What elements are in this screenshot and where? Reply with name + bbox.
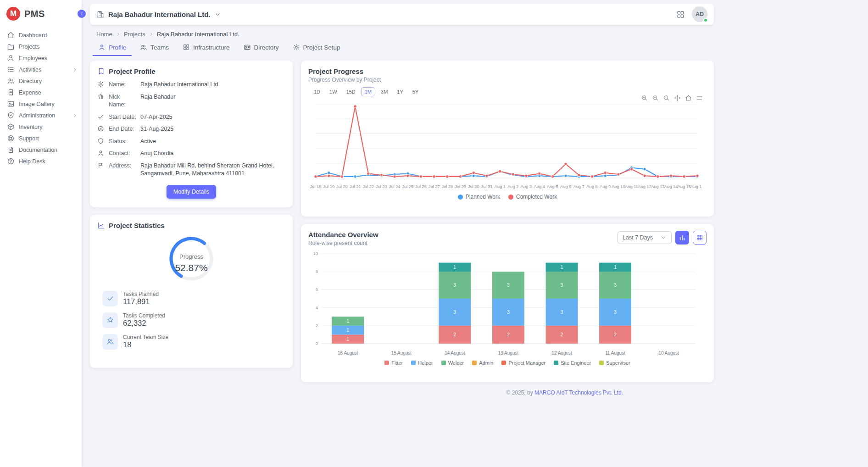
table-view-button[interactable]	[693, 231, 707, 245]
range-button-5y[interactable]: 5Y	[409, 87, 422, 96]
pan-icon[interactable]	[674, 95, 681, 101]
sidebar-item-documentation[interactable]: Documentation	[0, 144, 82, 156]
attendance-chart-legend: FitterHelperWelderAdminProject ManagerSi…	[308, 360, 707, 366]
app-logo[interactable]: M PMS	[0, 0, 82, 27]
svg-text:Jul 26: Jul 26	[415, 184, 427, 189]
building-icon	[96, 10, 105, 18]
range-button-3m[interactable]: 3M	[377, 87, 391, 96]
sidebar-item-employees[interactable]: Employees	[0, 52, 82, 64]
tab-teams[interactable]: Teams	[134, 39, 174, 56]
zoom-icon[interactable]	[663, 95, 670, 101]
range-button-1d[interactable]: 1D	[310, 87, 324, 96]
chevron-right-icon	[72, 112, 78, 119]
field-label: Name:	[109, 81, 136, 89]
attendance-card-title: Attendance Overview	[308, 231, 378, 239]
svg-text:14 August: 14 August	[445, 350, 465, 356]
sidebar-item-label: Support	[19, 135, 78, 142]
svg-text:Aug 7: Aug 7	[573, 184, 584, 189]
range-button-1w[interactable]: 1W	[326, 87, 341, 96]
legend-item-helper[interactable]: Helper	[411, 360, 433, 366]
user-icon	[98, 44, 106, 51]
sidebar-item-activities[interactable]: Activities	[0, 64, 82, 75]
svg-text:3: 3	[454, 310, 456, 315]
range-button-1y[interactable]: 1Y	[393, 87, 406, 96]
breadcrumb-item-raja-bahadur-international-ltd[interactable]: Raja Bahadur International Ltd.	[157, 31, 239, 38]
legend-item-welder[interactable]: Welder	[441, 360, 464, 366]
sidebar-item-projects[interactable]: Projects	[0, 41, 82, 52]
svg-text:1: 1	[347, 337, 350, 342]
field-label: Start Date:	[109, 113, 136, 122]
menu-icon[interactable]	[696, 95, 703, 101]
field-label: Status:	[109, 138, 136, 146]
users-icon	[7, 77, 15, 85]
user-avatar[interactable]: AD	[692, 6, 707, 22]
sidebar-collapse-button[interactable]	[77, 9, 87, 19]
tab-infrastructure[interactable]: Infrastructure	[177, 39, 235, 56]
users-icon	[102, 334, 118, 350]
svg-text:Aug 3: Aug 3	[521, 184, 532, 189]
sidebar-item-label: Image Gallery	[19, 101, 78, 107]
svg-text:Aug 5: Aug 5	[547, 184, 558, 189]
zoom-in-icon[interactable]	[641, 95, 648, 101]
tab-project-setup[interactable]: Project Setup	[287, 39, 346, 56]
svg-text:2: 2	[614, 332, 617, 337]
shield-icon	[97, 138, 105, 146]
stat-value: 18	[123, 340, 168, 349]
date-range-select[interactable]: Last 7 Days	[618, 231, 672, 244]
legend-item-completed-work[interactable]: Completed Work	[508, 194, 557, 200]
header-actions: AD	[676, 6, 707, 22]
sidebar-item-directory[interactable]: Directory	[0, 75, 82, 87]
attendance-chart[interactable]: 024681011116 August15 August233114 Augus…	[308, 250, 707, 359]
legend-item-admin[interactable]: Admin	[472, 360, 493, 366]
svg-text:Jul 27: Jul 27	[428, 184, 440, 189]
top-header: Raja Bahadur International Ltd. AD	[90, 4, 714, 25]
svg-text:2: 2	[507, 332, 510, 337]
profile-field-status: Status: Active	[97, 138, 285, 146]
svg-text:1: 1	[614, 265, 617, 270]
sidebar-item-administration[interactable]: Administration	[0, 110, 82, 121]
chevron-down-icon	[214, 11, 221, 18]
legend-item-supervisor[interactable]: Supervisor	[599, 360, 630, 366]
chart-view-button[interactable]	[675, 231, 689, 245]
profile-field-address: Address: Raja Bahadur Mill Rd, behind Sh…	[97, 162, 285, 178]
legend-item-fitter[interactable]: Fitter	[384, 360, 403, 366]
breadcrumb-item-projects[interactable]: Projects	[124, 31, 145, 38]
sidebar-item-expense[interactable]: Expense	[0, 87, 82, 98]
legend-item-project-manager[interactable]: Project Manager	[501, 360, 545, 366]
modify-details-button[interactable]: Modify Details	[167, 185, 217, 199]
tab-directory[interactable]: Directory	[238, 39, 284, 56]
svg-text:15 August: 15 August	[391, 350, 412, 356]
range-button-1m[interactable]: 1M	[361, 87, 375, 96]
svg-text:Aug 13: Aug 13	[651, 184, 664, 189]
project-selector[interactable]: Raja Bahadur International Ltd.	[96, 10, 221, 18]
svg-text:Jul 30: Jul 30	[468, 184, 479, 189]
range-button-15d[interactable]: 15D	[343, 87, 359, 96]
admin-icon	[7, 111, 15, 119]
chart-line-icon	[97, 222, 105, 229]
circle-x-icon	[97, 125, 105, 133]
tab-label: Teams	[150, 44, 169, 51]
home-icon[interactable]	[685, 95, 692, 101]
support-icon	[7, 134, 15, 142]
sidebar-item-label: Activities	[19, 67, 67, 73]
user-icon	[97, 150, 105, 158]
footer-link[interactable]: MARCO AIoT Technologies Pvt. Ltd.	[534, 389, 623, 396]
sidebar-item-inventory[interactable]: Inventory	[0, 121, 82, 133]
apps-grid-icon[interactable]	[676, 10, 685, 19]
tab-profile[interactable]: Profile	[93, 39, 132, 56]
sidebar-item-image-gallery[interactable]: Image Gallery	[0, 98, 82, 110]
sidebar-item-help-desk[interactable]: Help Desk	[0, 156, 82, 167]
svg-text:1: 1	[347, 328, 350, 333]
zoom-out-icon[interactable]	[652, 95, 659, 101]
svg-text:Jul 25: Jul 25	[402, 184, 413, 189]
sidebar-item-dashboard[interactable]: Dashboard	[0, 29, 82, 41]
sidebar-item-support[interactable]: Support	[0, 133, 82, 144]
breadcrumb-item-home[interactable]: Home	[96, 31, 112, 38]
project-progress-chart[interactable]: Jul 18Jul 19Jul 20Jul 21Jul 22Jul 23Jul …	[308, 98, 707, 193]
sidebar-nav: Dashboard Projects Employees Activities …	[0, 27, 82, 170]
legend-item-planned-work[interactable]: Planned Work	[458, 194, 500, 200]
svg-text:8: 8	[316, 269, 318, 274]
svg-text:Aug 14: Aug 14	[664, 184, 678, 189]
chevron-right-icon	[72, 67, 78, 73]
legend-item-site-engineer[interactable]: Site Engineer	[554, 360, 591, 366]
